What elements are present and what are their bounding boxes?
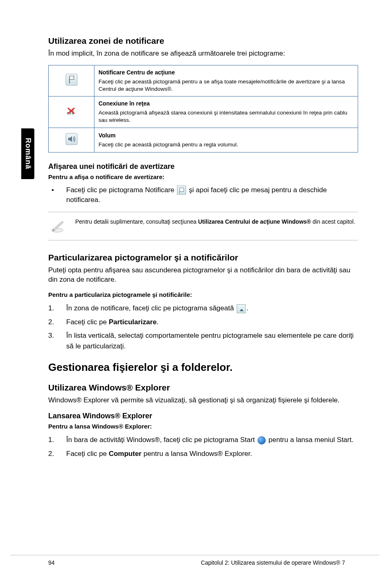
network-icon-cell: [49, 97, 94, 128]
speaker-icon: [65, 133, 78, 147]
network-icon: [65, 105, 78, 119]
step-text-pre: În bara de activităţi Windows®, faceţi c…: [66, 436, 257, 444]
table-row: Notificare Centru de acţiune Faceţi clic…: [49, 65, 358, 96]
row-title: Volum: [99, 132, 354, 139]
table-row: Conexiune în reţea Această pictogramă af…: [49, 97, 358, 128]
page-number: 94: [48, 559, 55, 566]
language-side-tab: Română: [21, 128, 34, 179]
bullet-item: Faceţi clic pe pictograma Notificare şi …: [48, 185, 358, 205]
step-text-post: .: [247, 304, 249, 312]
note-box: Pentru detalii suplimentare, consultaţi …: [48, 212, 358, 240]
section-title-customize: Particularizarea pictogramelor şi a noti…: [48, 253, 358, 263]
heading-managing-files: Gestionarea fişierelor şi a folderelor.: [48, 361, 358, 374]
step-item: În lista verticală, selectaţi comportame…: [48, 330, 358, 351]
network-cell: Conexiune în reţea Această pictogramă af…: [94, 97, 358, 128]
volume-cell: Volum Faceţi clic pe această pictogramă …: [94, 128, 358, 152]
start-orb-icon: [258, 436, 266, 444]
bullet-list: Faceţi clic pe pictograma Notificare şi …: [48, 185, 358, 205]
svg-rect-0: [66, 74, 77, 85]
step-item: În bara de activităţi Windows®, faceţi c…: [48, 435, 358, 445]
step-bold: Computer: [109, 450, 141, 458]
flag-icon: [65, 74, 78, 88]
note-pre: Pentru detalii suplimentare, consultaţi …: [75, 218, 198, 225]
section-intro-explorer: Windows® Explorer vă permite să vizualiz…: [48, 396, 358, 405]
section-title-notification-area: Utilizarea zonei de notificare: [48, 36, 358, 46]
step-text-post: .: [157, 318, 159, 326]
page-content: Utilizarea zonei de notificare În mod im…: [48, 36, 358, 469]
bullet-text-pre: Faceţi clic pe pictograma Notificare: [66, 186, 176, 194]
row-desc: Faceţi clic pe această pictogramă pentru…: [99, 141, 238, 148]
step-text-pre: Faceţi clic pe: [66, 318, 109, 326]
step-bold: Particularizare: [109, 318, 157, 326]
lead-launch-explorer: Pentru a lansa Windows® Explorer:: [48, 423, 358, 430]
step-text-post: pentru a lansa meniul Start.: [267, 436, 354, 444]
step-item: Faceţi clic pe Computer pentru a lansa W…: [48, 449, 358, 459]
section-intro-customize: Puteţi opta pentru afişarea sau ascunder…: [48, 266, 358, 285]
subsection-title-show-alert: Afişarea unei notificări de avertizare: [48, 162, 358, 171]
step-item: Faceţi clic pe Particularizare.: [48, 317, 358, 328]
subsection-title-launch-explorer: Lansarea Windows® Explorer: [48, 412, 358, 420]
action-center-cell: Notificare Centru de acţiune Faceţi clic…: [94, 65, 358, 96]
steps-launch-explorer: În bara de activităţi Windows®, faceţi c…: [48, 435, 358, 459]
row-title: Notificare Centru de acţiune: [99, 69, 354, 76]
row-title: Conexiune în reţea: [99, 100, 354, 108]
note-bold: Utilizarea Centrului de acţiune Windows®: [198, 218, 311, 225]
steps-customize: În zona de notificare, faceţi clic pe pi…: [48, 303, 358, 351]
step-text-pre: Faceţi clic pe: [66, 450, 109, 458]
row-desc: Această pictogramă afişează starea conex…: [99, 110, 347, 123]
arrow-up-icon: [237, 304, 246, 313]
notification-icons-table: Notificare Centru de acţiune Faceţi clic…: [48, 65, 358, 153]
note-text: Pentru detalii suplimentare, consultaţi …: [75, 218, 355, 233]
note-post: din acest capitol.: [311, 218, 355, 225]
chapter-label: Capitolul 2: Utilizarea sistemului de op…: [201, 559, 345, 566]
lead-show-alert: Pentru a afişa o notificare de avertizar…: [48, 173, 358, 180]
row-desc: Faceţi clic pe această pictogramă pentru…: [99, 79, 345, 92]
section-intro-notification-area: În mod implicit, în zona de notificare s…: [48, 49, 358, 58]
page-footer: 94 Capitolul 2: Utilizarea sistemului de…: [11, 555, 379, 566]
volume-icon-cell: [49, 128, 94, 152]
flag-icon: [177, 186, 186, 195]
step-text-pre: În zona de notificare, faceţi clic pe pi…: [66, 304, 236, 312]
action-center-icon-cell: [49, 65, 94, 96]
pen-icon: [48, 218, 68, 233]
lead-customize: Pentru a particulariza pictogramele şi n…: [48, 291, 358, 298]
section-title-explorer: Utilizarea Windows® Explorer: [48, 383, 358, 393]
table-row: Volum Faceţi clic pe această pictogramă …: [49, 128, 358, 152]
step-text-post: pentru a lansa Windows® Explorer.: [141, 450, 252, 458]
step-item: În zona de notificare, faceţi clic pe pi…: [48, 303, 358, 314]
